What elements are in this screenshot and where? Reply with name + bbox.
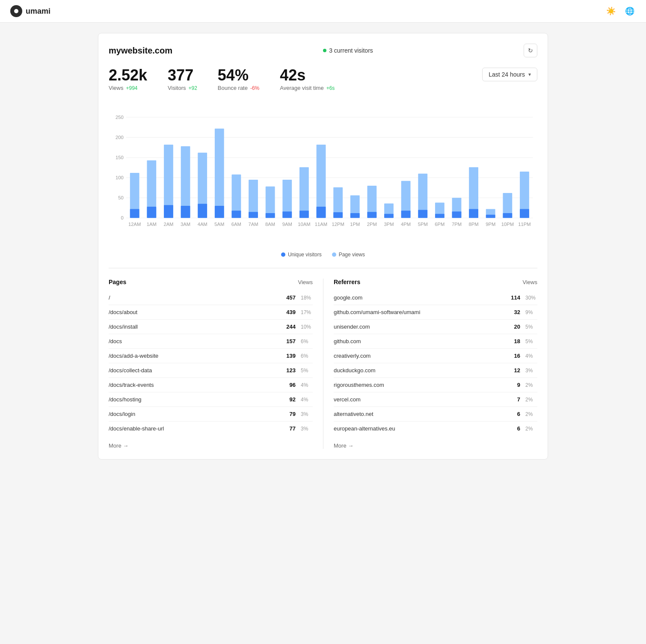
row-right: 32 9% [507,309,537,315]
pages-rows: / 457 18% /docs/about 439 17% /docs/inst… [109,291,313,436]
row-percent: 3% [301,411,313,417]
pageviews-legend-dot [332,252,336,257]
pageviews-legend-label: Page views [339,252,365,258]
row-right: 157 6% [283,338,313,344]
visitors-label: Visitors [168,85,186,91]
visitors-legend-dot [281,252,285,257]
row-right: 457 18% [283,294,313,301]
svg-rect-31 [232,211,241,218]
date-selector-label: Last 24 hours [489,71,525,78]
svg-rect-34 [249,212,258,218]
svg-rect-58 [384,214,394,218]
table-row[interactable]: duckduckgo.com 12 3% [334,363,537,378]
table-row[interactable]: /docs/add-a-website 139 6% [109,349,313,363]
row-percent: 18% [301,295,313,301]
svg-text:7AM: 7AM [248,222,258,227]
table-row[interactable]: /docs/enable-share-url 77 3% [109,421,313,436]
row-percent: 17% [301,309,313,315]
views-label: Views [109,85,123,91]
row-views: 7 [507,396,520,403]
row-right: 139 6% [283,353,313,359]
svg-text:6PM: 6PM [435,222,444,227]
svg-text:2PM: 2PM [367,222,377,227]
svg-rect-49 [333,212,343,218]
row-path: rigorousthemes.com [334,382,384,388]
chart-container: 05010015020025012AM1AM2AM3AM4AM5AM6AM7AM… [109,101,537,258]
row-percent: 6% [301,353,313,359]
row-right: 79 3% [283,411,313,417]
stat-visitors: 377 Visitors +92 [168,68,197,91]
stats-left: 2.52k Views +994 377 Visitors +92 54% [109,68,335,91]
table-row[interactable]: /docs/install 244 10% [109,320,313,334]
row-path: /docs/install [109,323,138,330]
table-row[interactable]: / 457 18% [109,291,313,305]
table-row[interactable]: vercel.com 7 2% [334,392,537,407]
pages-more-label: More → [109,442,128,449]
refresh-button[interactable]: ↻ [524,44,537,57]
svg-text:1AM: 1AM [147,222,157,227]
row-right: 244 10% [283,323,313,330]
avg-visit-time-label-row: Average visit time +6s [280,85,335,91]
row-views: 18 [507,338,520,344]
row-percent: 4% [301,397,313,403]
row-views: 6 [507,425,520,432]
svg-text:8PM: 8PM [469,222,479,227]
svg-text:9PM: 9PM [486,222,495,227]
table-row[interactable]: /docs/track-events 96 4% [109,378,313,392]
pages-more-link[interactable]: More → [109,436,313,449]
table-row[interactable]: unisender.com 20 5% [334,320,537,334]
row-views: 439 [283,309,296,315]
row-path: duckduckgo.com [334,367,376,374]
svg-text:10AM: 10AM [298,222,310,227]
table-row[interactable]: github.com/umami-software/umami 32 9% [334,305,537,320]
svg-text:2AM: 2AM [163,222,173,227]
table-row[interactable]: /docs/hosting 92 4% [109,392,313,407]
row-right: 12 3% [507,367,537,374]
site-header: mywebsite.com 3 current visitors ↻ [109,44,537,57]
svg-rect-28 [215,206,224,218]
language-icon[interactable]: 🌐 [624,5,636,17]
svg-text:100: 100 [116,175,124,180]
svg-text:11AM: 11AM [315,222,327,227]
svg-rect-19 [164,205,173,218]
row-path: /docs/enable-share-url [109,425,164,432]
table-row[interactable]: /docs/about 439 17% [109,305,313,320]
svg-rect-82 [520,209,529,218]
table-row[interactable]: creativerly.com 16 4% [334,349,537,363]
row-views: 123 [283,367,296,374]
row-path: /docs [109,338,122,344]
table-row[interactable]: european-alternatives.eu 6 2% [334,421,537,436]
row-views: 92 [283,396,296,403]
svg-text:150: 150 [116,155,124,160]
row-path: alternativeto.net [334,411,373,417]
avg-visit-time-change: +6s [326,85,335,91]
row-views: 79 [283,411,296,417]
table-row[interactable]: /docs/collect-data 123 5% [109,363,313,378]
table-row[interactable]: rigorousthemes.com 9 2% [334,378,537,392]
current-visitors-label: 3 current visitors [329,47,373,54]
svg-rect-76 [486,215,495,218]
table-row[interactable]: alternativeto.net 6 2% [334,407,537,421]
svg-rect-67 [435,214,444,218]
svg-text:12PM: 12PM [332,222,344,227]
row-right: 92 4% [283,396,313,403]
row-path: /docs/collect-data [109,367,152,374]
bounce-rate-label-row: Bounce rate -6% [218,85,259,91]
logo-icon [10,5,22,17]
table-row[interactable]: google.com 114 30% [334,291,537,305]
date-selector[interactable]: Last 24 hours ▾ [482,68,537,81]
visitors-value: 377 [168,68,197,83]
theme-toggle-icon[interactable]: ☀️ [605,5,617,17]
svg-rect-16 [147,207,156,218]
table-row[interactable]: /docs 157 6% [109,334,313,349]
referrers-more-link[interactable]: More → [334,436,537,449]
svg-rect-64 [418,210,427,218]
svg-rect-13 [130,209,139,218]
visitors-label-row: Visitors +92 [168,85,197,91]
referrers-more-label: More → [334,442,353,449]
row-views: 6 [507,411,520,417]
table-row[interactable]: github.com 18 5% [334,334,537,349]
legend-pageviews: Page views [332,252,365,258]
table-row[interactable]: /docs/login 79 3% [109,407,313,421]
row-percent: 5% [525,324,537,330]
